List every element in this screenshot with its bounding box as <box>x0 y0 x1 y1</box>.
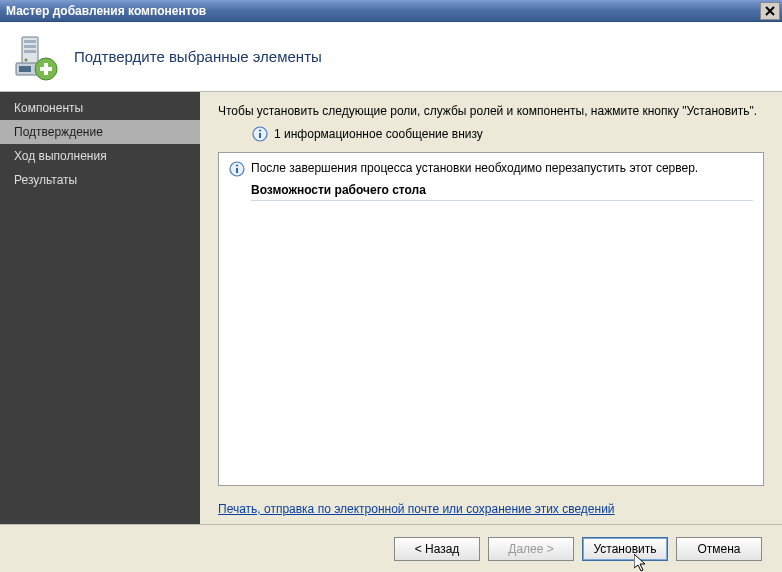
svg-rect-10 <box>40 67 52 71</box>
window-title: Мастер добавления компонентов <box>6 4 206 18</box>
server-components-icon <box>12 33 60 81</box>
wizard-navigation: Компоненты Подтверждение Ход выполнения … <box>0 92 200 524</box>
svg-point-16 <box>236 164 238 166</box>
info-summary-text: 1 информационное сообщение внизу <box>274 127 483 141</box>
close-button[interactable] <box>760 2 780 20</box>
main-content: Чтобы установить следующие роли, службы … <box>200 92 782 524</box>
svg-rect-15 <box>236 168 238 173</box>
confirmation-list: После завершения процесса установки необ… <box>218 152 764 486</box>
instruction-text: Чтобы установить следующие роли, службы … <box>218 104 764 118</box>
install-button[interactable]: Установить <box>582 537 668 561</box>
svg-point-4 <box>25 58 28 61</box>
next-button: Далее > <box>488 537 574 561</box>
sidebar-item-results[interactable]: Результаты <box>0 168 200 192</box>
wizard-footer: < Назад Далее > Установить Отмена <box>0 524 782 572</box>
restart-warning-text: После завершения процесса установки необ… <box>251 161 698 175</box>
selected-feature: Возможности рабочего стола <box>251 183 753 201</box>
svg-rect-6 <box>19 66 31 72</box>
titlebar: Мастер добавления компонентов <box>0 0 782 22</box>
svg-rect-1 <box>24 40 36 43</box>
export-link[interactable]: Печать, отправка по электронной почте ил… <box>218 502 615 516</box>
info-icon <box>229 161 245 177</box>
restart-warning-row: После завершения процесса установки необ… <box>229 161 753 177</box>
sidebar-item-confirmation[interactable]: Подтверждение <box>0 120 200 144</box>
page-title: Подтвердите выбранные элементы <box>74 48 322 65</box>
cancel-button[interactable]: Отмена <box>676 537 762 561</box>
svg-rect-3 <box>24 50 36 53</box>
svg-rect-2 <box>24 45 36 48</box>
info-summary-row: 1 информационное сообщение внизу <box>252 126 764 142</box>
info-icon <box>252 126 268 142</box>
close-icon <box>765 6 775 16</box>
back-button[interactable]: < Назад <box>394 537 480 561</box>
sidebar-item-components[interactable]: Компоненты <box>0 96 200 120</box>
sidebar-item-progress[interactable]: Ход выполнения <box>0 144 200 168</box>
svg-rect-12 <box>259 133 261 138</box>
export-link-row: Печать, отправка по электронной почте ил… <box>218 502 764 516</box>
wizard-header: Подтвердите выбранные элементы <box>0 22 782 92</box>
svg-point-13 <box>259 129 261 131</box>
